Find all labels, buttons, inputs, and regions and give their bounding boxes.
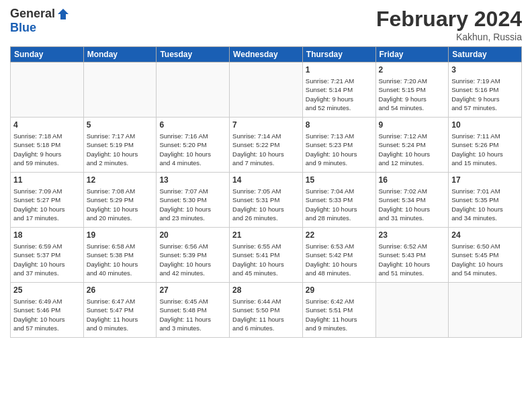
- day-number: 26: [87, 285, 154, 295]
- day-info: Sunrise: 6:56 AM Sunset: 5:39 PM Dayligh…: [159, 242, 226, 277]
- day-number: 3: [451, 64, 519, 75]
- day-info: Sunrise: 7:21 AM Sunset: 5:14 PM Dayligh…: [306, 77, 373, 112]
- table-row: 8Sunrise: 7:13 AM Sunset: 5:23 PM Daylig…: [302, 118, 375, 173]
- day-number: 4: [13, 120, 81, 130]
- day-number: 12: [87, 175, 154, 185]
- logo: General Blue: [10, 7, 70, 35]
- logo-general-text: General: [10, 7, 55, 21]
- day-info: Sunrise: 6:45 AM Sunset: 5:48 PM Dayligh…: [159, 297, 226, 332]
- day-number: 24: [451, 230, 519, 240]
- table-row: 29Sunrise: 6:42 AM Sunset: 5:51 PM Dayli…: [302, 283, 375, 338]
- table-row: 15Sunrise: 7:04 AM Sunset: 5:33 PM Dayli…: [302, 173, 375, 228]
- day-info: Sunrise: 7:17 AM Sunset: 5:19 PM Dayligh…: [87, 132, 154, 167]
- day-info: Sunrise: 7:01 AM Sunset: 5:35 PM Dayligh…: [451, 187, 519, 222]
- table-row: 10Sunrise: 7:11 AM Sunset: 5:26 PM Dayli…: [449, 118, 522, 173]
- day-info: Sunrise: 7:07 AM Sunset: 5:30 PM Dayligh…: [159, 187, 226, 222]
- calendar-header-row: Sunday Monday Tuesday Wednesday Thursday…: [11, 47, 522, 62]
- header-sunday: Sunday: [11, 47, 84, 62]
- day-info: Sunrise: 6:58 AM Sunset: 5:38 PM Dayligh…: [87, 242, 154, 277]
- day-number: 8: [306, 120, 373, 130]
- header-thursday: Thursday: [302, 47, 375, 62]
- title-block: February 2024 Kakhun, Russia: [376, 7, 522, 42]
- day-number: 21: [232, 230, 300, 240]
- table-row: [83, 62, 157, 118]
- header: General Blue February 2024 Kakhun, Russi…: [10, 7, 522, 42]
- day-info: Sunrise: 6:55 AM Sunset: 5:41 PM Dayligh…: [232, 242, 300, 277]
- location: Kakhun, Russia: [376, 32, 522, 42]
- table-row: 24Sunrise: 6:50 AM Sunset: 5:45 PM Dayli…: [449, 228, 522, 283]
- day-info: Sunrise: 7:18 AM Sunset: 5:18 PM Dayligh…: [13, 132, 81, 167]
- header-saturday: Saturday: [449, 47, 522, 62]
- table-row: 2Sunrise: 7:20 AM Sunset: 5:15 PM Daylig…: [375, 62, 449, 118]
- table-row: 6Sunrise: 7:16 AM Sunset: 5:20 PM Daylig…: [157, 118, 230, 173]
- day-info: Sunrise: 7:05 AM Sunset: 5:31 PM Dayligh…: [232, 187, 300, 222]
- day-number: 9: [379, 120, 446, 130]
- table-row: [375, 283, 449, 338]
- day-info: Sunrise: 6:50 AM Sunset: 5:45 PM Dayligh…: [451, 242, 519, 277]
- day-number: 14: [232, 175, 300, 185]
- day-info: Sunrise: 6:44 AM Sunset: 5:50 PM Dayligh…: [232, 297, 300, 332]
- day-number: 7: [232, 120, 300, 130]
- day-info: Sunrise: 7:04 AM Sunset: 5:33 PM Dayligh…: [306, 187, 373, 222]
- day-number: 13: [159, 175, 226, 185]
- table-row: 27Sunrise: 6:45 AM Sunset: 5:48 PM Dayli…: [157, 283, 230, 338]
- header-tuesday: Tuesday: [157, 47, 230, 62]
- table-row: 22Sunrise: 6:53 AM Sunset: 5:42 PM Dayli…: [302, 228, 375, 283]
- table-row: [11, 62, 84, 118]
- table-row: 3Sunrise: 7:19 AM Sunset: 5:16 PM Daylig…: [449, 62, 522, 118]
- logo-blue-text: Blue: [10, 21, 36, 35]
- day-info: Sunrise: 6:42 AM Sunset: 5:51 PM Dayligh…: [306, 297, 373, 332]
- day-number: 27: [159, 285, 226, 295]
- table-row: 9Sunrise: 7:12 AM Sunset: 5:24 PM Daylig…: [375, 118, 449, 173]
- calendar-week-row: 4Sunrise: 7:18 AM Sunset: 5:18 PM Daylig…: [11, 118, 522, 173]
- day-number: 5: [87, 120, 154, 130]
- table-row: 25Sunrise: 6:49 AM Sunset: 5:46 PM Dayli…: [11, 283, 84, 338]
- calendar-week-row: 18Sunrise: 6:59 AM Sunset: 5:37 PM Dayli…: [11, 228, 522, 283]
- day-info: Sunrise: 6:53 AM Sunset: 5:42 PM Dayligh…: [306, 242, 373, 277]
- header-friday: Friday: [375, 47, 449, 62]
- table-row: 7Sunrise: 7:14 AM Sunset: 5:22 PM Daylig…: [230, 118, 303, 173]
- table-row: 21Sunrise: 6:55 AM Sunset: 5:41 PM Dayli…: [230, 228, 303, 283]
- day-number: 11: [13, 175, 81, 185]
- day-number: 17: [451, 175, 519, 185]
- day-info: Sunrise: 7:13 AM Sunset: 5:23 PM Dayligh…: [306, 132, 373, 167]
- day-number: 29: [306, 285, 373, 295]
- table-row: 20Sunrise: 6:56 AM Sunset: 5:39 PM Dayli…: [157, 228, 230, 283]
- table-row: [449, 283, 522, 338]
- day-info: Sunrise: 6:49 AM Sunset: 5:46 PM Dayligh…: [13, 297, 81, 332]
- day-info: Sunrise: 7:16 AM Sunset: 5:20 PM Dayligh…: [159, 132, 226, 167]
- table-row: 19Sunrise: 6:58 AM Sunset: 5:38 PM Dayli…: [83, 228, 157, 283]
- day-number: 23: [379, 230, 446, 240]
- calendar-week-row: 1Sunrise: 7:21 AM Sunset: 5:14 PM Daylig…: [11, 62, 522, 118]
- day-info: Sunrise: 6:52 AM Sunset: 5:43 PM Dayligh…: [379, 242, 446, 277]
- day-number: 22: [306, 230, 373, 240]
- day-info: Sunrise: 7:14 AM Sunset: 5:22 PM Dayligh…: [232, 132, 300, 167]
- day-number: 15: [306, 175, 373, 185]
- day-info: Sunrise: 6:47 AM Sunset: 5:47 PM Dayligh…: [87, 297, 154, 332]
- day-info: Sunrise: 7:11 AM Sunset: 5:26 PM Dayligh…: [451, 132, 519, 167]
- table-row: 12Sunrise: 7:08 AM Sunset: 5:29 PM Dayli…: [83, 173, 157, 228]
- day-number: 2: [379, 64, 446, 75]
- calendar: Sunday Monday Tuesday Wednesday Thursday…: [10, 46, 522, 338]
- table-row: 23Sunrise: 6:52 AM Sunset: 5:43 PM Dayli…: [375, 228, 449, 283]
- calendar-week-row: 11Sunrise: 7:09 AM Sunset: 5:27 PM Dayli…: [11, 173, 522, 228]
- calendar-week-row: 25Sunrise: 6:49 AM Sunset: 5:46 PM Dayli…: [11, 283, 522, 338]
- table-row: [157, 62, 230, 118]
- table-row: 17Sunrise: 7:01 AM Sunset: 5:35 PM Dayli…: [449, 173, 522, 228]
- day-number: 1: [306, 64, 373, 75]
- table-row: 4Sunrise: 7:18 AM Sunset: 5:18 PM Daylig…: [11, 118, 84, 173]
- page: General Blue February 2024 Kakhun, Russi…: [0, 0, 532, 411]
- day-info: Sunrise: 7:12 AM Sunset: 5:24 PM Dayligh…: [379, 132, 446, 167]
- day-number: 6: [159, 120, 226, 130]
- day-number: 19: [87, 230, 154, 240]
- day-info: Sunrise: 7:02 AM Sunset: 5:34 PM Dayligh…: [379, 187, 446, 222]
- header-monday: Monday: [83, 47, 157, 62]
- header-wednesday: Wednesday: [230, 47, 303, 62]
- day-number: 10: [451, 120, 519, 130]
- month-title: February 2024: [376, 7, 522, 32]
- day-info: Sunrise: 6:59 AM Sunset: 5:37 PM Dayligh…: [13, 242, 81, 277]
- day-info: Sunrise: 7:20 AM Sunset: 5:15 PM Dayligh…: [379, 77, 446, 112]
- day-info: Sunrise: 7:09 AM Sunset: 5:27 PM Dayligh…: [13, 187, 81, 222]
- day-number: 16: [379, 175, 446, 185]
- table-row: 5Sunrise: 7:17 AM Sunset: 5:19 PM Daylig…: [83, 118, 157, 173]
